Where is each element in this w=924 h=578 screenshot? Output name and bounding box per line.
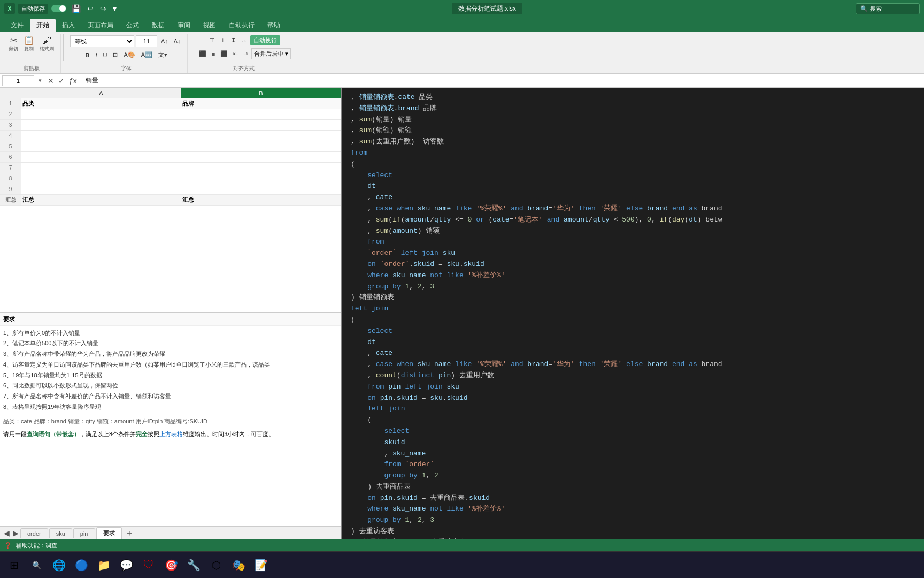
formula-expand-button[interactable]: ▾ [36, 77, 44, 84]
border-button[interactable]: ⊞ [111, 50, 120, 59]
formula-divider [81, 75, 81, 86]
cancel-formula-button[interactable]: ✕ [46, 77, 56, 85]
sheet-tab-order[interactable]: order [20, 528, 48, 538]
code-line: , sum(amount) 销额 [351, 226, 915, 237]
cut-button[interactable]: ✂ 剪切 [6, 35, 20, 54]
taskbar-browser-icon[interactable]: 🌐 [49, 556, 68, 575]
code-line: from `order` [351, 459, 915, 470]
query-link[interactable]: 上方表格 [159, 431, 183, 437]
text-direction-button[interactable]: ↔ [239, 36, 249, 45]
font-settings-button[interactable]: 文▾ [156, 50, 170, 60]
sheet-tab-pin[interactable]: pin [73, 528, 95, 538]
tab-help[interactable]: 帮助 [261, 19, 287, 32]
align-top-button[interactable]: ⊤ [207, 36, 217, 45]
bold-button[interactable]: B [83, 51, 92, 59]
indent-inc-button[interactable]: ⇥ [241, 49, 250, 58]
cell-a7[interactable] [21, 163, 181, 173]
taskbar-search-button[interactable]: 🔍 [27, 556, 46, 575]
cell-a4[interactable] [21, 131, 181, 141]
sheet-nav-right[interactable]: ▶ [11, 529, 20, 537]
auto-wrap-button[interactable]: 自动换行 [250, 35, 280, 45]
cell-a6[interactable] [21, 152, 181, 162]
cell-a8[interactable] [21, 173, 181, 184]
indent-dec-button[interactable]: ⇤ [231, 49, 240, 58]
cell-a9[interactable] [21, 184, 181, 194]
font-group: 等线 A↑ A↓ B I U ⊞ A🎨 A🔤 文▾ 字体 [66, 34, 188, 73]
cell-b9[interactable] [181, 184, 341, 194]
cell-a3[interactable] [21, 120, 181, 130]
merge-center-button[interactable]: 合并后居中 ▾ [251, 48, 291, 59]
taskbar-wechat-icon[interactable]: 💬 [117, 556, 136, 575]
tab-home[interactable]: 开始 [30, 19, 56, 32]
align-left-button[interactable]: ⬛ [197, 49, 209, 58]
col-header-a[interactable]: A [21, 88, 181, 98]
tab-automate[interactable]: 自动执行 [222, 19, 261, 32]
redo-button[interactable]: ↪ [98, 3, 109, 14]
confirm-formula-button[interactable]: ✓ [57, 77, 66, 85]
tab-formula[interactable]: 公式 [120, 19, 145, 32]
copy-button[interactable]: 📋 复制 [21, 35, 36, 54]
sheet-tab-requirements[interactable]: 要求 [96, 527, 122, 539]
cell-b1[interactable]: 品牌 [181, 98, 341, 109]
increase-font-button[interactable]: A↑ [159, 37, 170, 45]
cell-b4[interactable] [181, 131, 341, 141]
taskbar-note-icon[interactable]: 📝 [251, 556, 271, 575]
cell-b8[interactable] [181, 173, 341, 184]
taskbar-drama-icon[interactable]: 🎭 [229, 556, 248, 575]
taskbar-edge-icon[interactable]: 🔵 [72, 556, 91, 575]
format-painter-button[interactable]: 🖌 格式刷 [37, 35, 56, 54]
cell-b7[interactable] [181, 163, 341, 173]
cell-b6[interactable] [181, 152, 341, 162]
taskbar-shield-icon[interactable]: 🛡 [139, 556, 158, 575]
cell-reference-input[interactable] [2, 75, 34, 86]
underline-button[interactable]: U [101, 51, 110, 59]
code-line: , case when sku_name like '%荣耀%' and bra… [351, 203, 915, 215]
cell-b3[interactable] [181, 120, 341, 130]
code-line: from [351, 148, 915, 159]
sheet-nav-left[interactable]: ◀ [2, 529, 11, 537]
formula-input[interactable] [83, 77, 922, 85]
cell-b2[interactable] [181, 109, 341, 119]
tab-view[interactable]: 视图 [197, 19, 222, 32]
italic-button[interactable]: I [93, 51, 99, 59]
taskbar-file-icon[interactable]: 📁 [94, 556, 113, 575]
add-sheet-button[interactable]: ＋ [123, 528, 136, 539]
taskbar-hex-icon[interactable]: ⬡ [206, 556, 226, 575]
sheet-tab-sku[interactable]: sku [49, 528, 72, 538]
code-line: ) 去重商品表 [351, 482, 915, 493]
taskbar-tool-icon[interactable]: 🔧 [184, 556, 203, 575]
cell-a5[interactable] [21, 141, 181, 151]
font-size-input[interactable] [136, 35, 157, 47]
tab-review[interactable]: 审阅 [171, 19, 197, 32]
tab-data[interactable]: 数据 [145, 19, 171, 32]
align-middle-button[interactable]: ⊥ [218, 36, 228, 45]
tab-layout[interactable]: 页面布局 [81, 19, 120, 32]
more-button[interactable]: ▾ [111, 3, 119, 14]
cell-b5[interactable] [181, 141, 341, 151]
code-line: on pin.skuid = sku.skuid [351, 393, 915, 404]
undo-button[interactable]: ↩ [85, 3, 96, 14]
font-name-select[interactable]: 等线 [70, 35, 134, 47]
auto-save-button[interactable]: 自动保存 [18, 4, 48, 14]
search-bar[interactable]: 🔍 搜索 [856, 3, 920, 14]
save-button[interactable]: 💾 [70, 3, 83, 14]
cell-total-b[interactable]: 汇总 [181, 195, 341, 205]
tab-file[interactable]: 文件 [4, 19, 30, 32]
align-right-button[interactable]: ⬛ [218, 49, 230, 58]
cell-total-a[interactable]: 汇总 [21, 195, 181, 205]
auto-save-toggle[interactable] [51, 5, 66, 12]
cell-a1[interactable]: 品类 [21, 98, 181, 109]
taskbar-start-button[interactable]: ⊞ [4, 556, 24, 575]
fill-color-button[interactable]: A🎨 [121, 50, 137, 59]
align-bottom-button[interactable]: ↧ [229, 36, 238, 45]
col-header-b[interactable]: B [181, 88, 341, 98]
taskbar-pycharm-icon[interactable]: 🎯 [161, 556, 181, 575]
insert-function-button[interactable]: ƒx [67, 77, 79, 85]
align-center-button[interactable]: ≡ [210, 50, 217, 58]
cell-a2[interactable] [21, 109, 181, 119]
tab-insert[interactable]: 插入 [56, 19, 81, 32]
decrease-font-button[interactable]: A↓ [172, 37, 183, 45]
excel-panel: A B 1 品类 品牌 2 3 [0, 88, 342, 539]
spreadsheet-body: 1 品类 品牌 2 3 4 [0, 98, 341, 312]
font-color-button[interactable]: A🔤 [139, 50, 155, 59]
